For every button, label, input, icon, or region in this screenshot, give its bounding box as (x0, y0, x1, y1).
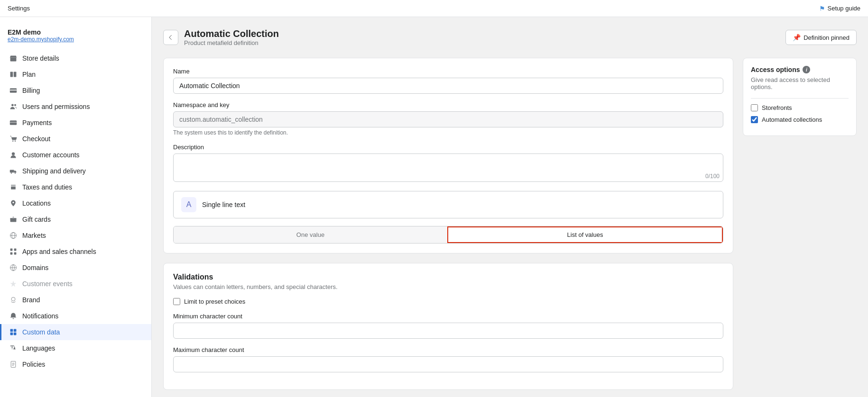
value-toggle: One value List of values (173, 226, 723, 244)
svg-rect-23 (10, 249, 13, 251)
svg-rect-9 (10, 123, 12, 124)
sidebar-item-shipping[interactable]: Shipping and delivery (0, 163, 151, 179)
type-selector[interactable]: A Single line text (173, 191, 723, 218)
markets-icon (9, 231, 18, 240)
max-char-input[interactable] (173, 356, 723, 372)
sidebar-label-custom-data: Custom data (22, 328, 60, 336)
min-char-group: Minimum character count (173, 313, 723, 339)
sidebar-item-billing[interactable]: Billing (0, 82, 151, 99)
sidebar-item-taxes[interactable]: Taxes and duties (0, 179, 151, 195)
svg-rect-29 (10, 329, 13, 332)
back-button[interactable] (163, 30, 178, 45)
sidebar-item-custom-data[interactable]: Custom data (0, 324, 151, 340)
validations-title: Validations (173, 273, 723, 281)
sidebar-item-locations[interactable]: Locations (0, 195, 151, 211)
sidebar-label-markets: Markets (22, 232, 46, 239)
store-icon (9, 54, 18, 63)
notifications-icon (9, 312, 18, 320)
access-desc: Give read access to selected options. (751, 76, 849, 90)
sidebar-label-customer-accounts: Customer accounts (22, 151, 80, 159)
svg-rect-25 (10, 253, 13, 255)
sidebar-label-users: Users and permissions (22, 103, 90, 110)
list-of-values-button[interactable]: List of values (447, 226, 723, 243)
taxes-icon (9, 183, 18, 191)
automated-collections-checkbox[interactable] (751, 116, 758, 123)
description-group: Description 0/100 (173, 144, 723, 183)
store-url[interactable]: e2m-demo.myshopify.com (8, 36, 144, 43)
sidebar-label-store-details: Store details (22, 54, 59, 62)
svg-rect-0 (10, 57, 17, 61)
svg-point-11 (15, 141, 16, 142)
svg-rect-26 (14, 253, 17, 255)
automated-collections-label: Automated collections (762, 116, 822, 123)
brand-icon (9, 296, 18, 304)
storefronts-checkbox[interactable] (751, 104, 758, 111)
one-value-button[interactable]: One value (174, 226, 447, 243)
name-input[interactable] (173, 78, 723, 94)
payments-icon (9, 118, 18, 127)
sidebar-item-domains[interactable]: Domains (0, 260, 151, 276)
sidebar-item-store-details[interactable]: Store details (0, 50, 151, 66)
sidebar-label-languages: Languages (22, 344, 55, 352)
content-area: Automatic Collection Product metafield d… (152, 17, 868, 397)
limit-label: Limit to preset choices (184, 298, 245, 305)
svg-rect-24 (14, 249, 17, 251)
sidebar-item-notifications[interactable]: Notifications (0, 308, 151, 324)
sidebar-item-gift-cards[interactable]: Gift cards (0, 211, 151, 227)
sidebar-item-apps[interactable]: Apps and sales channels (0, 244, 151, 260)
description-textarea[interactable] (173, 153, 723, 182)
limit-checkbox[interactable] (173, 298, 180, 305)
svg-point-28 (11, 297, 15, 301)
form-main: Name Namespace and key The system uses t… (163, 58, 733, 397)
validations-card: Validations Values can contain letters, … (163, 263, 733, 390)
max-char-group: Maximum character count (173, 346, 723, 372)
svg-rect-30 (14, 329, 17, 332)
info-icon: i (803, 66, 810, 73)
namespace-group: Namespace and key The system uses this t… (173, 101, 723, 136)
definition-pinned-button[interactable]: 📌 Definition pinned (785, 30, 857, 45)
sidebar-item-policies[interactable]: Policies (0, 356, 151, 372)
min-char-input[interactable] (173, 323, 723, 339)
sidebar-label-brand: Brand (22, 296, 40, 304)
svg-point-14 (11, 172, 12, 173)
svg-rect-32 (14, 333, 17, 335)
sidebar-item-plan[interactable]: Plan (0, 66, 151, 82)
sidebar-label-domains: Domains (22, 264, 48, 271)
customer-accounts-icon (9, 151, 18, 159)
sidebar-item-customer-events: Customer events (0, 276, 151, 292)
store-name: E2M demo (8, 28, 144, 36)
store-info: E2M demo e2m-demo.myshopify.com (0, 25, 151, 50)
sidebar-label-customer-events: Customer events (22, 280, 73, 288)
svg-rect-31 (10, 333, 13, 335)
page-title-block: Automatic Collection Product metafield d… (184, 28, 279, 46)
sidebar-item-customer-accounts[interactable]: Customer accounts (0, 147, 151, 163)
access-title: Access options i (751, 66, 849, 73)
domains-icon (9, 263, 18, 272)
sidebar-item-brand[interactable]: Brand (0, 292, 151, 308)
sidebar-item-markets[interactable]: Markets (0, 227, 151, 244)
divider (751, 98, 849, 99)
custom-data-icon (9, 328, 18, 336)
namespace-help: The system uses this to identify the def… (173, 129, 723, 136)
storefronts-row: Storefronts (751, 104, 849, 111)
pinned-label: Definition pinned (803, 34, 850, 41)
gift-cards-icon (9, 215, 18, 224)
sidebar-label-billing: Billing (22, 87, 40, 94)
top-bar: Settings ⚑ Setup guide (0, 0, 868, 17)
sidebar-item-languages[interactable]: Languages (0, 340, 151, 356)
languages-icon (9, 344, 18, 352)
sidebar-item-users[interactable]: Users and permissions (0, 99, 151, 115)
checkout-icon (9, 135, 18, 143)
setup-guide-button[interactable]: ⚑ Setup guide (819, 5, 860, 12)
namespace-label: Namespace and key (173, 101, 723, 108)
max-char-label: Maximum character count (173, 346, 723, 353)
sidebar-label-taxes: Taxes and duties (22, 183, 72, 191)
svg-point-12 (12, 152, 15, 155)
sidebar-item-checkout[interactable]: Checkout (0, 131, 151, 147)
sidebar-label-notifications: Notifications (22, 312, 58, 320)
form-layout: Name Namespace and key The system uses t… (163, 58, 857, 397)
flag-icon: ⚑ (819, 5, 825, 12)
billing-icon (9, 86, 18, 95)
sidebar-item-payments[interactable]: Payments (0, 115, 151, 131)
description-label: Description (173, 144, 723, 151)
